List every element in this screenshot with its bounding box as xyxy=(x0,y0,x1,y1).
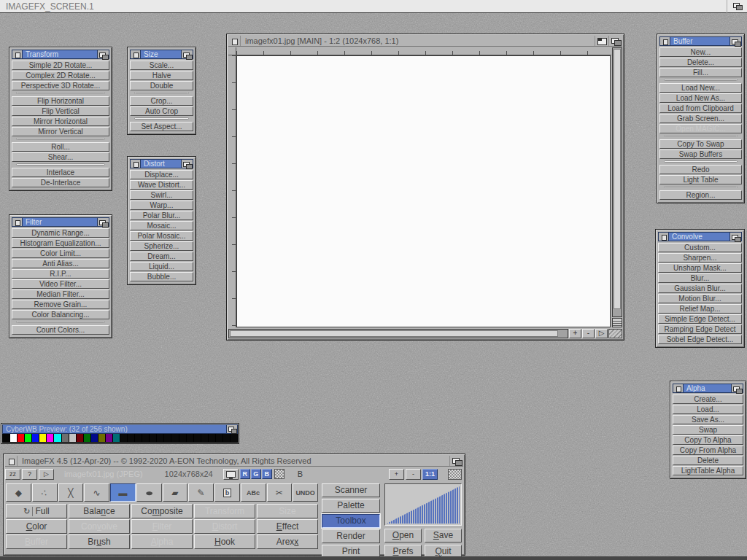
depth-icon[interactable] xyxy=(181,50,193,58)
palette-swatch[interactable] xyxy=(3,434,10,442)
page-render-button[interactable]: Render xyxy=(322,529,380,543)
box-tool[interactable]: ▬ xyxy=(110,483,136,502)
depth-icon[interactable] xyxy=(226,425,237,433)
flip-vertical-button[interactable]: Flip Vertical xyxy=(12,106,109,116)
palette-swatch[interactable] xyxy=(201,434,209,442)
airbrush-tool[interactable]: ∴ xyxy=(32,483,58,502)
scissors-tool[interactable]: ✂ xyxy=(267,483,293,502)
scale-button[interactable]: Scale... xyxy=(130,61,193,70)
zoom-in-button[interactable]: + xyxy=(569,329,581,338)
close-icon[interactable] xyxy=(131,50,141,58)
toolbar-zoom-out-button[interactable]: - xyxy=(406,469,421,480)
oval-tool[interactable]: ● xyxy=(136,483,162,502)
zoom-gadget-icon[interactable] xyxy=(595,36,608,46)
page-palette-button[interactable]: Palette xyxy=(322,499,380,513)
horizontal-scrollbar-knob[interactable] xyxy=(230,330,558,337)
dream-button[interactable]: Dream... xyxy=(130,252,193,261)
page-toolbox-button[interactable]: Toolbox xyxy=(322,514,380,528)
balance-button[interactable]: Balance xyxy=(69,504,130,518)
iconify-button[interactable]: zz xyxy=(5,469,20,480)
polar-blur-button[interactable]: Polar Blur... xyxy=(130,211,193,220)
palette-swatch[interactable] xyxy=(231,434,237,442)
palette-swatch[interactable] xyxy=(223,434,231,442)
depth-icon[interactable] xyxy=(181,160,193,168)
unsharp-mask-button[interactable]: Unsharp Mask... xyxy=(658,263,742,273)
simple-edge-detect-button[interactable]: Simple Edge Detect... xyxy=(658,314,742,324)
swirl-button[interactable]: Swirl... xyxy=(130,190,193,200)
close-icon[interactable] xyxy=(12,50,23,58)
motion-blur-button[interactable]: Motion Blur... xyxy=(658,294,742,303)
palette-swatch[interactable] xyxy=(77,434,84,442)
sobel-edge-detect-button[interactable]: Sobel Edge Detect... xyxy=(658,335,742,344)
line-tool[interactable]: ╳ xyxy=(58,483,84,502)
close-icon[interactable] xyxy=(659,233,669,241)
curve-tool[interactable]: ∿ xyxy=(84,483,109,502)
auto-crop-button[interactable]: Auto Crop xyxy=(130,106,193,116)
depth-icon[interactable] xyxy=(97,50,109,58)
screen-depth-gadget[interactable] xyxy=(727,0,747,13)
palette-swatch[interactable] xyxy=(10,434,18,442)
palette-swatch[interactable] xyxy=(164,434,171,442)
open-button[interactable]: Open xyxy=(384,529,422,542)
r-i-p-button[interactable]: R.I.P... xyxy=(12,269,109,279)
page-scanner-button[interactable]: Scanner xyxy=(322,483,380,497)
roll-button[interactable]: Roll... xyxy=(12,142,109,152)
toolbar-zoom-in-button[interactable]: + xyxy=(389,469,404,480)
light-table-button[interactable]: Light Table xyxy=(659,175,742,184)
palette-swatch[interactable] xyxy=(113,434,120,442)
palette-swatch[interactable] xyxy=(150,434,157,442)
load-new-as-button[interactable]: Load New As... xyxy=(659,93,742,103)
composite-button[interactable]: Composite xyxy=(131,504,193,518)
zoom-out-button[interactable]: - xyxy=(582,329,595,338)
palette-swatch[interactable] xyxy=(39,434,47,442)
palette-swatch[interactable] xyxy=(135,434,142,442)
channel-b-button[interactable]: B xyxy=(262,469,272,479)
palette-swatch[interactable] xyxy=(98,434,106,442)
palette-swatch[interactable] xyxy=(142,434,150,442)
save-button[interactable]: Save xyxy=(425,529,462,542)
dither-icon[interactable] xyxy=(448,469,462,480)
horizontal-scrollbar[interactable] xyxy=(228,329,568,338)
color-button[interactable]: Color xyxy=(6,519,67,534)
load-new-button[interactable]: Load New... xyxy=(659,83,742,93)
text-tool[interactable]: ABc xyxy=(241,483,266,502)
undo-button[interactable]: UNDO xyxy=(293,483,318,502)
depth-icon[interactable] xyxy=(729,233,741,241)
palette-swatch[interactable] xyxy=(84,434,91,442)
delete-button[interactable]: Delete... xyxy=(659,58,742,67)
brush-button[interactable]: Brush xyxy=(69,534,130,549)
flip-horizontal-button[interactable]: Flip Horizontal xyxy=(12,96,109,106)
new-button[interactable]: New... xyxy=(659,47,742,57)
mirror-horizontal-button[interactable]: Mirror Horizontal xyxy=(12,117,109,126)
ramping-edge-detect-button[interactable]: Ramping Edge Detect xyxy=(658,324,742,334)
depth-icon[interactable] xyxy=(731,384,743,392)
histogram-equalization-button[interactable]: Histogram Equalization... xyxy=(12,238,109,248)
palette-swatch[interactable] xyxy=(32,434,39,442)
resize-handle[interactable] xyxy=(608,329,622,338)
simple-2d-rotate-button[interactable]: Simple 2D Rotate... xyxy=(12,61,109,70)
gaussian-blur-button[interactable]: Gaussian Blur... xyxy=(658,284,742,293)
count-colors-button[interactable]: Count Colors... xyxy=(12,325,109,335)
palette-swatch[interactable] xyxy=(25,434,32,442)
mosaic-button[interactable]: Mosaic... xyxy=(130,221,193,230)
palette-swatch[interactable] xyxy=(157,434,164,442)
wave-distort-button[interactable]: Wave Distort... xyxy=(130,180,193,190)
copy-to-alpha-button[interactable]: Copy To Alpha xyxy=(673,435,743,445)
copy-to-swap-button[interactable]: Copy To Swap xyxy=(659,139,742,149)
channel-r-button[interactable]: R xyxy=(240,469,250,479)
bubble-button[interactable]: Bubble... xyxy=(130,272,193,281)
set-aspect-button[interactable]: Set Aspect... xyxy=(130,122,193,131)
load-button[interactable]: Load... xyxy=(673,405,743,414)
liquid-button[interactable]: Liquid... xyxy=(130,262,193,271)
palette-swatch[interactable] xyxy=(62,434,69,442)
swap-button[interactable]: Swap xyxy=(673,425,743,435)
load-from-clipboard-button[interactable]: Load from Clipboard xyxy=(659,104,742,113)
halve-button[interactable]: Halve xyxy=(130,71,193,80)
de-interlace-button[interactable]: De-Interlace xyxy=(12,178,109,187)
warp-button[interactable]: Warp... xyxy=(130,201,193,210)
close-icon[interactable] xyxy=(131,160,141,168)
freehand-tool[interactable]: ✎ xyxy=(188,483,214,502)
anti-alias-button[interactable]: Anti Alias... xyxy=(12,259,109,268)
copy-from-alpha-button[interactable]: Copy From Alpha xyxy=(673,446,743,455)
palette-swatch[interactable] xyxy=(69,434,77,442)
